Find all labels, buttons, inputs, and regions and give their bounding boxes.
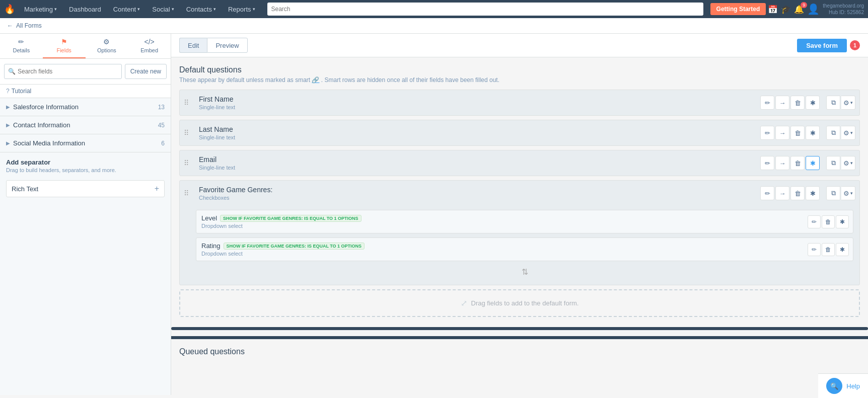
edit-nested-button[interactable]: ✏ — [808, 243, 821, 256]
required-field-button[interactable]: ✱ — [806, 156, 820, 170]
queued-questions-section: Queued questions — [171, 336, 868, 364]
rich-text-label: Rich Text — [12, 185, 155, 193]
conditional-badge: SHOW IF FAVORITE GAME GENRES: IS EQUAL T… — [220, 215, 361, 222]
brand-logo[interactable]: 🔥 — [4, 4, 15, 15]
edit-field-button[interactable]: ✏ — [760, 96, 774, 110]
tab-options[interactable]: ⚙ Options — [86, 34, 128, 58]
delete-field-button[interactable]: 🗑 — [790, 156, 805, 170]
chevron-down-icon: ▾ — [213, 7, 216, 12]
copy-field-button[interactable]: ⧉ — [826, 96, 840, 110]
search-wrap: 🔍 — [4, 64, 122, 79]
default-questions-subtitle: These appear by default unless marked as… — [179, 76, 860, 84]
edit-button[interactable]: Edit — [179, 38, 207, 53]
notification-bell[interactable]: 🔔 9 — [794, 5, 804, 14]
copy-field-button[interactable]: ⧉ — [826, 156, 840, 170]
field-name: First Name — [199, 95, 750, 103]
drag-arrows-icon: ⤢ — [461, 298, 467, 308]
delete-field-button[interactable]: 🗑 — [790, 96, 805, 110]
nested-field-type: Dropdown select — [201, 251, 799, 257]
field-settings-button[interactable]: ⚙ ▾ — [841, 96, 855, 110]
nav-social[interactable]: Social ▾ — [147, 0, 179, 18]
create-new-button[interactable]: Create new — [125, 64, 167, 79]
all-forms-link[interactable]: All Forms — [16, 22, 42, 29]
field-type: Single-line text — [199, 165, 750, 171]
chevron-right-icon: ▶ — [6, 122, 10, 128]
edit-field-button[interactable]: ✏ — [760, 156, 774, 170]
user-avatar[interactable]: 👤 — [807, 3, 820, 15]
drag-target-area[interactable]: ⤢ Drag fields to add to the default form… — [179, 289, 860, 317]
nav-marketing[interactable]: Marketing ▾ — [19, 0, 62, 18]
field-settings-button[interactable]: ⚙ ▾ — [841, 186, 855, 200]
salesforce-section-header[interactable]: ▶ Salesforce Information 13 — [0, 98, 171, 116]
chevron-down-icon: ▾ — [137, 7, 140, 12]
copy-field-button[interactable]: ⧉ — [826, 126, 840, 140]
delete-field-button[interactable]: 🗑 — [790, 186, 805, 200]
field-actions: ✏ → 🗑 ✱ ⧉ ⚙ ▾ — [756, 90, 859, 115]
nested-actions: ✏ 🗑 ✱ — [804, 215, 853, 228]
save-form-button[interactable]: Save form — [797, 39, 847, 52]
edit-nested-button[interactable]: ✏ — [808, 215, 821, 228]
drag-handle[interactable]: ⠿ — [180, 120, 193, 145]
content-area: Edit Preview Save form 1 Default questio… — [171, 34, 868, 395]
edit-field-button[interactable]: ✏ — [760, 126, 774, 140]
required-field-button[interactable]: ✱ — [806, 126, 820, 140]
code-icon: </> — [144, 38, 155, 46]
main-layout: ✏ Details ⚑ Fields ⚙ Options </> Embed 🔍 — [0, 34, 868, 395]
nav-dashboard[interactable]: Dashboard — [64, 0, 106, 18]
delete-nested-button[interactable]: 🗑 — [822, 243, 835, 256]
rich-text-row[interactable]: Rich Text + — [6, 180, 165, 197]
nav-icon-group: 📅 🎓 🔔 9 👤 thegameboard.org Hub ID: 52586… — [768, 3, 864, 16]
default-questions-title: Default questions — [179, 65, 860, 74]
help-search-button[interactable]: 🔍 — [826, 378, 842, 394]
social-section-header[interactable]: ▶ Social Media Information 6 — [0, 134, 171, 152]
drag-handle[interactable]: ⠿ — [180, 150, 193, 176]
required-field-button[interactable]: ✱ — [806, 186, 820, 200]
queued-questions-title: Queued questions — [179, 347, 860, 356]
required-nested-button[interactable]: ✱ — [836, 243, 849, 256]
drag-handle[interactable]: ⠿ — [180, 90, 193, 115]
field-body: Email Single-line text — [193, 150, 756, 176]
field-type: Single-line text — [199, 134, 750, 140]
drag-handle[interactable]: ⠿ — [180, 189, 193, 197]
getting-started-button[interactable]: Getting Started — [710, 3, 766, 15]
calendar-icon[interactable]: 📅 — [768, 5, 778, 14]
nested-field-type: Dropdown select — [201, 223, 799, 229]
nav-contacts[interactable]: Contacts ▾ — [181, 0, 221, 18]
contact-section-header[interactable]: ▶ Contact Information 45 — [0, 116, 171, 134]
required-field-button[interactable]: ✱ — [806, 96, 820, 110]
field-actions: ✏ → 🗑 ✱ ⧉ ⚙ ▾ — [756, 120, 859, 145]
field-settings-button[interactable]: ⚙ ▾ — [841, 126, 855, 140]
delete-nested-button[interactable]: 🗑 — [822, 215, 835, 228]
sidebar: ✏ Details ⚑ Fields ⚙ Options </> Embed 🔍 — [0, 34, 171, 395]
tutorial-link[interactable]: Tutorial — [12, 88, 32, 95]
flag-icon: ⚑ — [61, 38, 67, 46]
save-changes-badge: 1 — [850, 40, 860, 50]
tab-embed[interactable]: </> Embed — [128, 34, 171, 58]
breadcrumb: ← All Forms — [0, 18, 868, 34]
hide-field-button[interactable]: → — [775, 126, 789, 140]
hide-field-button[interactable]: → — [775, 156, 789, 170]
fields-search-input[interactable] — [4, 64, 122, 79]
edit-field-button[interactable]: ✏ — [760, 186, 774, 200]
nav-content[interactable]: Content ▾ — [108, 0, 146, 18]
add-separator-section: Add separator Drag to build headers, sep… — [0, 152, 171, 176]
smart-link[interactable]: 🔗 — [312, 76, 319, 84]
academy-icon[interactable]: 🎓 — [781, 5, 791, 14]
field-actions: ✏ → 🗑 ✱ ⧉ ⚙ ▾ — [756, 150, 859, 176]
hide-field-button[interactable]: → — [775, 96, 789, 110]
nav-reports[interactable]: Reports ▾ — [223, 0, 260, 18]
tab-details[interactable]: ✏ Details — [0, 34, 43, 58]
help-link[interactable]: Help — [846, 382, 860, 390]
hide-field-button[interactable]: → — [775, 186, 789, 200]
search-input[interactable] — [267, 3, 703, 16]
field-actions: ✏ → 🗑 ✱ ⧉ ⚙ ▾ — [756, 186, 859, 200]
chevron-right-icon: ▶ — [6, 140, 10, 146]
delete-field-button[interactable]: 🗑 — [790, 126, 805, 140]
tab-fields[interactable]: ⚑ Fields — [43, 34, 86, 58]
search-bar — [267, 3, 703, 16]
required-nested-button[interactable]: ✱ — [836, 215, 849, 228]
field-row-first-name: ⠿ First Name Single-line text ✏ → 🗑 ✱ ⧉ … — [179, 90, 860, 116]
preview-button[interactable]: Preview — [207, 38, 247, 53]
field-settings-button[interactable]: ⚙ ▾ — [841, 156, 855, 170]
copy-field-button[interactable]: ⧉ — [826, 186, 840, 200]
